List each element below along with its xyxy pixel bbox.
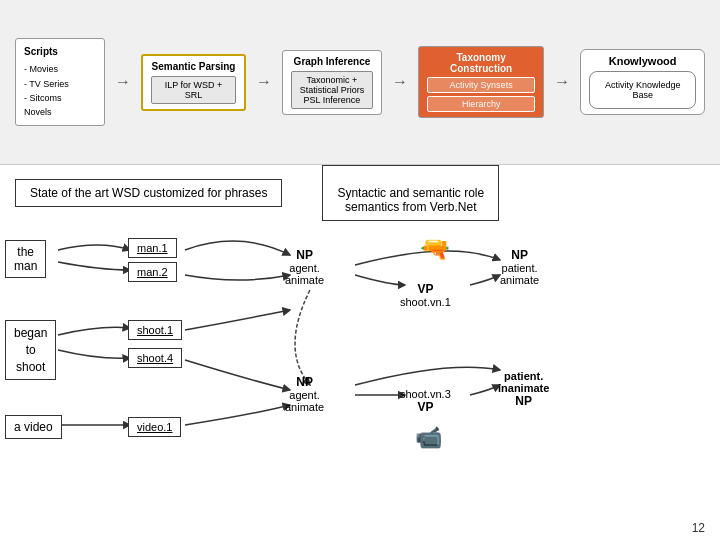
gun-icon: 🔫 — [420, 235, 450, 263]
page-number: 12 — [692, 521, 705, 535]
second-section: State of the art WSD customized for phra… — [0, 165, 720, 220]
arrow4: → — [554, 73, 570, 91]
np2-label: NP — [500, 248, 539, 262]
scripts-box: Scripts - Movies - TV Series - Sitcoms N… — [15, 38, 105, 126]
shoot4-label: shoot.4 — [128, 348, 182, 368]
video1-node: video.1 — [128, 417, 181, 437]
taxonomy-inner1: Activity Synsets — [427, 77, 535, 93]
the-man-node: the man — [5, 240, 46, 278]
np3-label: NP — [285, 375, 324, 389]
a-video-label: a video — [5, 415, 62, 439]
shoot-vn3-label: shoot.vn.3 — [400, 388, 451, 400]
knowlywood-box: Knowlywood Activity Knowledge Base — [580, 49, 705, 115]
main-diagram: the man man.1 man.2 began to shoot shoot… — [0, 220, 720, 490]
began-to-shoot-label: began to shoot — [5, 320, 56, 380]
semantic-title: Semantic Parsing — [151, 61, 236, 72]
np3-node: NP agent. animate — [285, 375, 324, 413]
shoot1-label: shoot.1 — [128, 320, 182, 340]
semantic-inner: ILP for WSD + SRL — [151, 76, 236, 104]
arrow3: → — [392, 73, 408, 91]
shoot-vn1-label: shoot.vn.1 — [400, 296, 451, 308]
taxonomy-inner2: Hierarchy — [427, 96, 535, 112]
syntactic-label: Syntactic and semantic role semantics fr… — [322, 165, 499, 221]
agent-animate1-label: agent. animate — [285, 262, 324, 286]
graph-title: Graph Inference — [291, 56, 373, 67]
a-video-node: a video — [5, 415, 62, 439]
np2-node: NP patient. animate — [500, 248, 539, 286]
knowlywood-title: Knowlywood — [589, 55, 696, 67]
knowlywood-sub: Activity Knowledge Base — [605, 80, 681, 100]
vp2-label: VP — [400, 400, 451, 414]
man1-label: man.1 — [128, 238, 177, 258]
shoot4-node: shoot.4 — [128, 348, 182, 368]
taxonomy-box: Taxonomy Construction Activity Synsets H… — [418, 46, 544, 118]
the-man-label: the man — [5, 240, 46, 278]
man1-node: man.1 — [128, 238, 177, 258]
vp2-node: shoot.vn.3 VP — [400, 388, 451, 414]
np1-node: NP agent. animate — [285, 248, 324, 286]
np1-label: NP — [285, 248, 324, 262]
scripts-title: Scripts — [24, 44, 96, 59]
began-to-shoot-node: began to shoot — [5, 320, 56, 380]
man2-node: man.2 — [128, 262, 177, 282]
vp1-label: VP — [400, 282, 451, 296]
patient-inanimate-label: patient. inanimate — [498, 370, 549, 394]
shoot1-node: shoot.1 — [128, 320, 182, 340]
graph-inference-box: Graph Inference Taxonomic + Statistical … — [282, 50, 382, 115]
taxonomy-title: Taxonomy Construction — [427, 52, 535, 74]
video1-label: video.1 — [128, 417, 181, 437]
patient-animate-label: patient. animate — [500, 262, 539, 286]
man2-label: man.2 — [128, 262, 177, 282]
arrow2: → — [256, 73, 272, 91]
vp1-node: VP shoot.vn.1 — [400, 282, 451, 308]
semantic-parsing-box: Semantic Parsing ILP for WSD + SRL — [141, 54, 246, 111]
np4-node: patient. inanimate NP — [498, 370, 549, 408]
np4-label: NP — [498, 394, 549, 408]
top-diagram: Scripts - Movies - TV Series - Sitcoms N… — [0, 0, 720, 165]
arrow1: → — [115, 73, 131, 91]
agent-animate2-label: agent. animate — [285, 389, 324, 413]
camera-icon: 📹 — [415, 425, 442, 451]
graph-inner: Taxonomic + Statistical Priors PSL Infer… — [291, 71, 373, 109]
diagram-svg — [0, 220, 720, 490]
state-label: State of the art WSD customized for phra… — [15, 179, 282, 207]
